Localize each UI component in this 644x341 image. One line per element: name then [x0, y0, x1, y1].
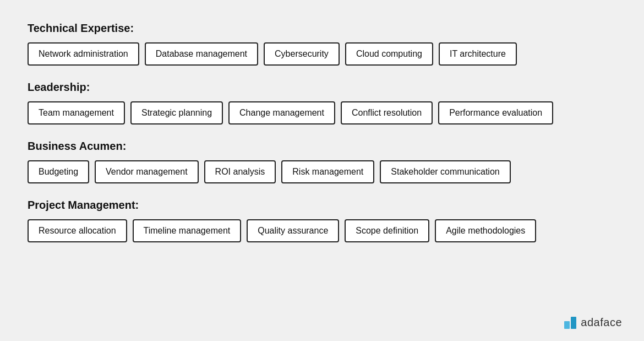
tag-item[interactable]: Budgeting — [28, 160, 89, 183]
tag-item[interactable]: Cybersecurity — [264, 42, 340, 66]
section-title-technical-expertise: Technical Expertise: — [28, 22, 616, 35]
tags-business-acumen: BudgetingVendor managementROI analysisRi… — [28, 160, 616, 183]
adaface-logo-icon — [564, 317, 576, 329]
main-container: Technical Expertise:Network administrati… — [0, 0, 644, 280]
tags-project-management: Resource allocationTimeline managementQu… — [28, 219, 616, 242]
tags-leadership: Team managementStrategic planningChange … — [28, 101, 616, 125]
tag-item[interactable]: Change management — [228, 101, 335, 125]
section-project-management: Project Management:Resource allocationTi… — [28, 199, 616, 242]
tag-item[interactable]: Conflict resolution — [341, 101, 433, 125]
tag-item[interactable]: Agile methodologies — [435, 219, 536, 242]
section-technical-expertise: Technical Expertise:Network administrati… — [28, 22, 616, 66]
tag-item[interactable]: Vendor management — [95, 160, 199, 183]
section-title-leadership: Leadership: — [28, 81, 616, 94]
section-business-acumen: Business Acumen:BudgetingVendor manageme… — [28, 140, 616, 183]
adaface-logo-text: adaface — [581, 316, 622, 329]
svg-rect-1 — [571, 317, 576, 329]
tag-item[interactable]: Team management — [28, 101, 125, 125]
section-leadership: Leadership:Team managementStrategic plan… — [28, 81, 616, 125]
tag-item[interactable]: Performance evaluation — [438, 101, 553, 125]
tags-technical-expertise: Network administrationDatabase managemen… — [28, 42, 616, 66]
branding-section: adaface — [564, 316, 622, 329]
tag-item[interactable]: Cloud computing — [345, 42, 433, 66]
tag-item[interactable]: IT architecture — [439, 42, 517, 66]
tag-item[interactable]: ROI analysis — [204, 160, 276, 183]
tag-item[interactable]: Strategic planning — [130, 101, 223, 125]
tag-item[interactable]: Timeline management — [133, 219, 242, 242]
tag-item[interactable]: Quality assurance — [247, 219, 339, 242]
tag-item[interactable]: Network administration — [28, 42, 139, 66]
tag-item[interactable]: Database management — [145, 42, 258, 66]
svg-rect-0 — [564, 321, 570, 329]
section-title-business-acumen: Business Acumen: — [28, 140, 616, 153]
tag-item[interactable]: Resource allocation — [28, 219, 127, 242]
section-title-project-management: Project Management: — [28, 199, 616, 212]
tag-item[interactable]: Stakeholder communication — [380, 160, 510, 183]
tag-item[interactable]: Scope definition — [345, 219, 429, 242]
tag-item[interactable]: Risk management — [281, 160, 374, 183]
